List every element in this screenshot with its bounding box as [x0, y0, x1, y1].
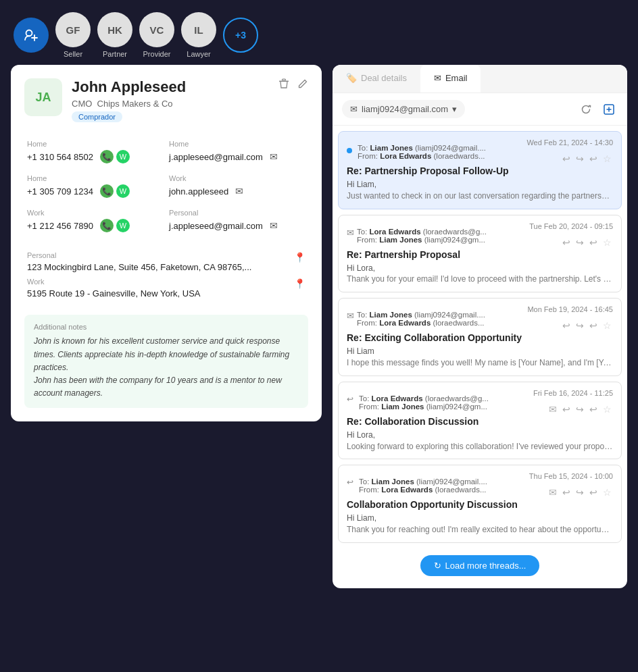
load-more-threads-button[interactable]: ↻ Load more threads...: [420, 555, 540, 576]
avatar-hk[interactable]: HK: [97, 12, 132, 47]
contact-badge: Comprador: [72, 111, 122, 122]
forward-button-1[interactable]: ↩: [588, 152, 599, 165]
contact-actions: [277, 77, 310, 91]
contact-name: John Appleseed: [72, 78, 308, 96]
email-thread-5[interactable]: ↩ To: Liam Jones (liamj0924@gmail.... Fr…: [338, 465, 622, 543]
email-panel: 🏷️ Deal details ✉ Email ✉ liamj0924@gmai…: [333, 65, 627, 588]
reply-indicator-4: ↩: [347, 394, 353, 404]
deal-details-icon: 🏷️: [346, 73, 357, 83]
reply-all-button-5[interactable]: ↩: [561, 486, 572, 499]
mail-icon-btn-5[interactable]: ✉: [547, 486, 558, 499]
avatar-il[interactable]: IL: [181, 12, 216, 47]
thread-5-date: Thu Feb 15, 2024 - 10:00: [529, 472, 613, 480]
refresh-button[interactable]: [577, 101, 595, 118]
top-bar: GF Seller HK Partner VC Provider IL Lawy…: [0, 0, 638, 65]
star-button-1[interactable]: ☆: [602, 152, 613, 165]
compose-email-button[interactable]: [600, 101, 618, 118]
thread-2-date: Tue Feb 20, 2024 - 09:15: [529, 222, 613, 230]
phone-home-2: Home +1 305 709 1234 📞 W: [24, 169, 166, 203]
avatar-seller-label: Seller: [64, 50, 82, 58]
email-personal-value: j.appleseed@gmail.com ✉: [169, 219, 305, 232]
email-thread-1[interactable]: To: Liam Jones (liamj0924@gmail.... From…: [338, 131, 622, 209]
star-button-2[interactable]: ☆: [602, 236, 613, 249]
avatar-lawyer[interactable]: IL Lawyer: [181, 12, 216, 58]
add-contact-button[interactable]: [14, 18, 49, 53]
thread-5-to: To: Liam Jones (liamj0924@gmail....: [359, 477, 524, 486]
thread-5-actions: ✉ ↩ ↪ ↩ ☆: [547, 486, 613, 499]
reply-all-button-1[interactable]: ↩: [561, 152, 572, 165]
whatsapp-icon-2[interactable]: W: [116, 184, 130, 198]
email-work: Work john.appleseed ✉: [166, 169, 308, 203]
reply-button-1[interactable]: ↪: [574, 152, 585, 165]
panel-tabs: 🏷️ Deal details ✉ Email: [333, 65, 627, 93]
avatar-partner[interactable]: HK Partner: [97, 12, 132, 58]
reply-all-button-2[interactable]: ↩: [561, 236, 572, 249]
more-avatars-badge[interactable]: +3: [223, 18, 258, 53]
envelope-icon: ✉: [350, 104, 358, 114]
reply-button-2[interactable]: ↪: [574, 236, 585, 249]
email-thread-2[interactable]: ✉ To: Lora Edwards (loraedwards@g... Fro…: [338, 215, 622, 293]
edit-contact-button[interactable]: [296, 77, 310, 91]
forward-button-2[interactable]: ↩: [588, 236, 599, 249]
thread-1-subject: Re: Partnership Proposal Follow-Up: [347, 165, 613, 176]
contact-role: CMO Chips Makers & Co: [72, 99, 308, 109]
phone-home-2-label: Home: [27, 174, 164, 182]
tab-deal-details[interactable]: 🏷️ Deal details: [333, 65, 420, 93]
thread-5-preview: Hi Liam, Thank you for reaching out! I'm…: [347, 513, 613, 536]
email-thread-4[interactable]: ↩ To: Lora Edwards (loraedwards@g... Fro…: [338, 382, 622, 460]
phone-call-icon-3[interactable]: 📞: [100, 219, 114, 232]
avatar-vc[interactable]: VC: [139, 12, 174, 47]
thread-4-actions: ✉ ↩ ↪ ↩ ☆: [547, 403, 613, 416]
email-icon-3[interactable]: ✉: [267, 219, 280, 232]
email-personal: Personal j.appleseed@gmail.com ✉: [166, 203, 308, 238]
thread-1-date: Wed Feb 21, 2024 - 14:30: [526, 138, 613, 147]
thread-2-from: From: Liam Jones (liamj0924@gm...: [357, 236, 524, 244]
email-toolbar: ✉ liamj0924@gmail.com ▾: [333, 93, 627, 126]
email-thread-3[interactable]: ✉ To: Liam Jones (liamj0924@gmail.... Fr…: [338, 298, 622, 376]
unread-dot-1: [347, 145, 355, 155]
phone-call-icon-2[interactable]: 📞: [100, 184, 114, 198]
chevron-down-icon: ▾: [452, 104, 457, 114]
thread-3-actions: ↩ ↪ ↩ ☆: [561, 319, 613, 332]
delete-contact-button[interactable]: [277, 77, 291, 91]
email-icon-1[interactable]: ✉: [267, 150, 280, 163]
reply-all-button-3[interactable]: ↩: [561, 319, 572, 332]
phone-work-label: Work: [27, 209, 164, 217]
contact-avatar: JA: [24, 78, 62, 116]
address-work: Work 5195 Route 19 - Gainesville, New Yo…: [27, 278, 305, 300]
contact-name-area: John Appleseed CMO Chips Makers & Co Com…: [72, 78, 308, 122]
reply-button-5[interactable]: ↪: [574, 486, 585, 499]
avatar-seller[interactable]: GF Seller: [55, 12, 91, 58]
thread-2-subject: Re: Partnership Proposal: [347, 249, 613, 260]
avatar-gf[interactable]: GF: [55, 12, 91, 47]
forward-button-5[interactable]: ↩: [588, 486, 599, 499]
reply-button-3[interactable]: ↪: [574, 319, 585, 332]
phone-home-2-value: +1 305 709 1234 📞 W: [27, 184, 164, 198]
email-icon-2[interactable]: ✉: [232, 184, 246, 198]
avatar-partner-label: Partner: [103, 50, 127, 58]
address-personal: Personal 123 Mockingbird Lane, Suite 456…: [27, 251, 305, 274]
phone-call-icon-1[interactable]: 📞: [100, 150, 114, 163]
star-button-3[interactable]: ☆: [602, 319, 613, 332]
tab-email[interactable]: ✉ Email: [420, 65, 481, 93]
thread-3-preview: Hi Liam I hope this message finds you we…: [347, 346, 613, 369]
thread-5-from: From: Lora Edwards (loraedwards...: [359, 486, 524, 494]
forward-button-3[interactable]: ↩: [588, 319, 599, 332]
map-pin-personal[interactable]: 📍: [294, 252, 305, 263]
mail-icon-2: ✉: [347, 228, 354, 238]
add-icon[interactable]: [14, 18, 49, 53]
star-button-4[interactable]: ☆: [602, 403, 613, 416]
whatsapp-icon-1[interactable]: W: [116, 150, 130, 163]
star-button-5[interactable]: ☆: [602, 486, 613, 499]
avatar-provider[interactable]: VC Provider: [139, 12, 174, 58]
reply-button-4[interactable]: ↪: [574, 403, 585, 416]
notes-label: Additional notes: [34, 323, 299, 331]
reply-all-button-4[interactable]: ↩: [561, 403, 572, 416]
whatsapp-icon-3[interactable]: W: [116, 219, 130, 232]
email-selector[interactable]: ✉ liamj0924@gmail.com ▾: [342, 100, 465, 118]
thread-3-subject: Re: Exciting Collaboration Opportunity: [347, 332, 613, 343]
mail-icon-btn-4[interactable]: ✉: [547, 403, 558, 416]
load-more-container: ↻ Load more threads...: [338, 548, 622, 583]
forward-button-4[interactable]: ↩: [588, 403, 599, 416]
map-pin-work[interactable]: 📍: [294, 278, 305, 289]
